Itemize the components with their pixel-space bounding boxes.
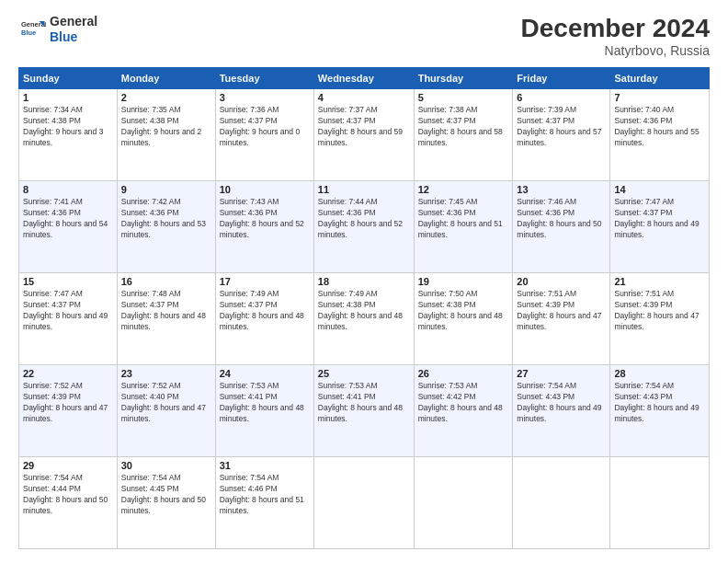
day-number: 10 bbox=[220, 184, 310, 195]
day-number: 25 bbox=[318, 368, 410, 379]
day-info: Sunrise: 7:46 AM Sunset: 4:36 PM Dayligh… bbox=[517, 197, 606, 241]
day-info: Sunrise: 7:53 AM Sunset: 4:41 PM Dayligh… bbox=[318, 381, 410, 425]
day-info: Sunrise: 7:41 AM Sunset: 4:36 PM Dayligh… bbox=[23, 197, 113, 241]
day-info: Sunrise: 7:43 AM Sunset: 4:36 PM Dayligh… bbox=[220, 197, 310, 241]
calendar-cell: 10 Sunrise: 7:43 AM Sunset: 4:36 PM Dayl… bbox=[215, 181, 313, 273]
calendar-cell bbox=[313, 457, 414, 549]
calendar-cell: 15 Sunrise: 7:47 AM Sunset: 4:37 PM Dayl… bbox=[19, 273, 118, 365]
day-number: 9 bbox=[121, 184, 211, 195]
calendar-cell: 17 Sunrise: 7:49 AM Sunset: 4:37 PM Dayl… bbox=[215, 273, 313, 365]
day-number: 8 bbox=[23, 184, 113, 195]
calendar-cell: 12 Sunrise: 7:45 AM Sunset: 4:36 PM Dayl… bbox=[414, 181, 513, 273]
day-info: Sunrise: 7:42 AM Sunset: 4:36 PM Dayligh… bbox=[121, 197, 211, 241]
day-info: Sunrise: 7:36 AM Sunset: 4:37 PM Dayligh… bbox=[220, 105, 310, 149]
day-info: Sunrise: 7:49 AM Sunset: 4:37 PM Dayligh… bbox=[220, 289, 310, 333]
logo: General Blue General Blue bbox=[18, 14, 97, 45]
calendar-cell: 6 Sunrise: 7:39 AM Sunset: 4:37 PM Dayli… bbox=[513, 89, 610, 181]
calendar-cell: 24 Sunrise: 7:53 AM Sunset: 4:41 PM Dayl… bbox=[215, 365, 313, 457]
calendar-cell: 18 Sunrise: 7:49 AM Sunset: 4:38 PM Dayl… bbox=[313, 273, 414, 365]
day-info: Sunrise: 7:38 AM Sunset: 4:37 PM Dayligh… bbox=[418, 105, 509, 149]
calendar-table: SundayMondayTuesdayWednesdayThursdayFrid… bbox=[18, 67, 710, 549]
header: General Blue General Blue December 2024 … bbox=[18, 14, 710, 58]
calendar-header-saturday: Saturday bbox=[610, 68, 710, 89]
day-number: 24 bbox=[220, 368, 310, 379]
day-number: 19 bbox=[418, 276, 509, 287]
day-number: 27 bbox=[517, 368, 606, 379]
calendar-header-row: SundayMondayTuesdayWednesdayThursdayFrid… bbox=[19, 68, 710, 89]
logo-line1: General bbox=[50, 14, 97, 29]
day-info: Sunrise: 7:53 AM Sunset: 4:41 PM Dayligh… bbox=[220, 381, 310, 425]
calendar-subtitle: Natyrbovo, Russia bbox=[521, 43, 710, 58]
day-info: Sunrise: 7:48 AM Sunset: 4:37 PM Dayligh… bbox=[121, 289, 211, 333]
day-info: Sunrise: 7:53 AM Sunset: 4:42 PM Dayligh… bbox=[418, 381, 509, 425]
day-info: Sunrise: 7:37 AM Sunset: 4:37 PM Dayligh… bbox=[318, 105, 410, 149]
day-info: Sunrise: 7:44 AM Sunset: 4:36 PM Dayligh… bbox=[318, 197, 410, 241]
day-info: Sunrise: 7:51 AM Sunset: 4:39 PM Dayligh… bbox=[614, 289, 705, 333]
day-info: Sunrise: 7:39 AM Sunset: 4:37 PM Dayligh… bbox=[517, 105, 606, 149]
calendar-cell: 20 Sunrise: 7:51 AM Sunset: 4:39 PM Dayl… bbox=[513, 273, 610, 365]
logo-icon: General Blue bbox=[18, 16, 46, 43]
calendar-week-2: 8 Sunrise: 7:41 AM Sunset: 4:36 PM Dayli… bbox=[19, 181, 710, 273]
day-number: 29 bbox=[23, 460, 113, 471]
day-info: Sunrise: 7:45 AM Sunset: 4:36 PM Dayligh… bbox=[418, 197, 509, 241]
day-number: 2 bbox=[121, 92, 211, 103]
day-number: 22 bbox=[23, 368, 113, 379]
calendar-cell: 1 Sunrise: 7:34 AM Sunset: 4:38 PM Dayli… bbox=[19, 89, 118, 181]
calendar-cell: 14 Sunrise: 7:47 AM Sunset: 4:37 PM Dayl… bbox=[610, 181, 710, 273]
day-info: Sunrise: 7:54 AM Sunset: 4:43 PM Dayligh… bbox=[614, 381, 705, 425]
calendar-header-friday: Friday bbox=[513, 68, 610, 89]
day-info: Sunrise: 7:50 AM Sunset: 4:38 PM Dayligh… bbox=[418, 289, 509, 333]
day-info: Sunrise: 7:52 AM Sunset: 4:39 PM Dayligh… bbox=[23, 381, 113, 425]
calendar-cell: 13 Sunrise: 7:46 AM Sunset: 4:36 PM Dayl… bbox=[513, 181, 610, 273]
day-number: 31 bbox=[220, 460, 310, 471]
calendar-cell bbox=[414, 457, 513, 549]
calendar-cell: 3 Sunrise: 7:36 AM Sunset: 4:37 PM Dayli… bbox=[215, 89, 313, 181]
calendar-cell: 22 Sunrise: 7:52 AM Sunset: 4:39 PM Dayl… bbox=[19, 365, 118, 457]
day-number: 14 bbox=[614, 184, 705, 195]
day-number: 26 bbox=[418, 368, 509, 379]
calendar-cell: 23 Sunrise: 7:52 AM Sunset: 4:40 PM Dayl… bbox=[117, 365, 215, 457]
title-section: December 2024 Natyrbovo, Russia bbox=[521, 14, 710, 58]
calendar-header-thursday: Thursday bbox=[414, 68, 513, 89]
day-number: 12 bbox=[418, 184, 509, 195]
day-info: Sunrise: 7:54 AM Sunset: 4:43 PM Dayligh… bbox=[517, 381, 606, 425]
calendar-cell: 28 Sunrise: 7:54 AM Sunset: 4:43 PM Dayl… bbox=[610, 365, 710, 457]
calendar-cell: 8 Sunrise: 7:41 AM Sunset: 4:36 PM Dayli… bbox=[19, 181, 118, 273]
day-number: 17 bbox=[220, 276, 310, 287]
day-number: 7 bbox=[614, 92, 705, 103]
calendar-cell: 29 Sunrise: 7:54 AM Sunset: 4:44 PM Dayl… bbox=[19, 457, 118, 549]
calendar-cell: 26 Sunrise: 7:53 AM Sunset: 4:42 PM Dayl… bbox=[414, 365, 513, 457]
day-number: 16 bbox=[121, 276, 211, 287]
calendar-header-sunday: Sunday bbox=[19, 68, 118, 89]
day-number: 6 bbox=[517, 92, 606, 103]
calendar-header-tuesday: Tuesday bbox=[215, 68, 313, 89]
calendar-cell: 7 Sunrise: 7:40 AM Sunset: 4:36 PM Dayli… bbox=[610, 89, 710, 181]
calendar-cell: 27 Sunrise: 7:54 AM Sunset: 4:43 PM Dayl… bbox=[513, 365, 610, 457]
day-info: Sunrise: 7:51 AM Sunset: 4:39 PM Dayligh… bbox=[517, 289, 606, 333]
calendar-week-3: 15 Sunrise: 7:47 AM Sunset: 4:37 PM Dayl… bbox=[19, 273, 710, 365]
calendar-cell: 19 Sunrise: 7:50 AM Sunset: 4:38 PM Dayl… bbox=[414, 273, 513, 365]
day-info: Sunrise: 7:47 AM Sunset: 4:37 PM Dayligh… bbox=[614, 197, 705, 241]
calendar-week-1: 1 Sunrise: 7:34 AM Sunset: 4:38 PM Dayli… bbox=[19, 89, 710, 181]
day-number: 3 bbox=[220, 92, 310, 103]
calendar-cell: 9 Sunrise: 7:42 AM Sunset: 4:36 PM Dayli… bbox=[117, 181, 215, 273]
day-info: Sunrise: 7:35 AM Sunset: 4:38 PM Dayligh… bbox=[121, 105, 211, 149]
day-number: 13 bbox=[517, 184, 606, 195]
calendar-cell: 25 Sunrise: 7:53 AM Sunset: 4:41 PM Dayl… bbox=[313, 365, 414, 457]
day-info: Sunrise: 7:54 AM Sunset: 4:46 PM Dayligh… bbox=[220, 473, 310, 517]
calendar-title: December 2024 bbox=[521, 14, 710, 43]
calendar-cell: 30 Sunrise: 7:54 AM Sunset: 4:45 PM Dayl… bbox=[117, 457, 215, 549]
day-number: 15 bbox=[23, 276, 113, 287]
day-info: Sunrise: 7:47 AM Sunset: 4:37 PM Dayligh… bbox=[23, 289, 113, 333]
calendar-cell: 31 Sunrise: 7:54 AM Sunset: 4:46 PM Dayl… bbox=[215, 457, 313, 549]
calendar-cell bbox=[610, 457, 710, 549]
calendar-header-wednesday: Wednesday bbox=[313, 68, 414, 89]
svg-text:Blue: Blue bbox=[21, 29, 36, 37]
page: General Blue General Blue December 2024 … bbox=[0, 0, 728, 563]
day-info: Sunrise: 7:54 AM Sunset: 4:44 PM Dayligh… bbox=[23, 473, 113, 517]
day-number: 11 bbox=[318, 184, 410, 195]
day-info: Sunrise: 7:52 AM Sunset: 4:40 PM Dayligh… bbox=[121, 381, 211, 425]
calendar-week-4: 22 Sunrise: 7:52 AM Sunset: 4:39 PM Dayl… bbox=[19, 365, 710, 457]
day-number: 5 bbox=[418, 92, 509, 103]
calendar-cell: 21 Sunrise: 7:51 AM Sunset: 4:39 PM Dayl… bbox=[610, 273, 710, 365]
